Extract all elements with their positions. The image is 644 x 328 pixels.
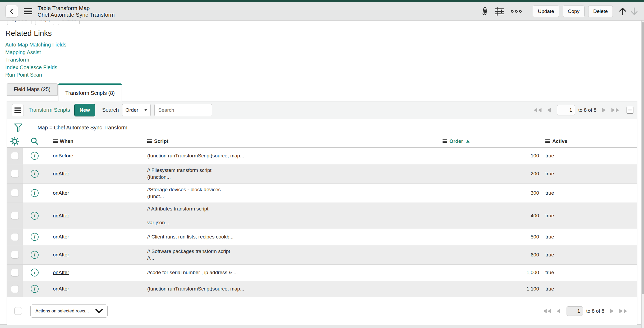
active-value: true	[542, 190, 637, 196]
back-button[interactable]	[5, 5, 18, 18]
copy-button[interactable]: Copy	[563, 6, 585, 17]
script-preview: //code for serial number , ip address & …	[147, 266, 436, 279]
filter-funnel-icon[interactable]	[14, 123, 23, 133]
form-delete-button[interactable]: Delete	[58, 21, 80, 25]
pagination-bottom: to 8 of 8	[540, 306, 630, 316]
column-header-order[interactable]: Order	[436, 138, 542, 144]
more-options-icon[interactable]	[510, 9, 522, 13]
tab-transform-scripts[interactable]: Transform Scripts (8)	[58, 83, 122, 101]
related-list-tabs: Field Maps (25) Transform Scripts (8)	[7, 83, 644, 101]
page-title: Table Transform Map	[38, 5, 115, 11]
last-page-button[interactable]	[610, 107, 621, 113]
pagination-top: to 8 of 8	[531, 105, 622, 115]
filter-breadcrumb-row: Map = Chef Automate Sync Transform	[7, 119, 637, 135]
related-link-run-point-scan[interactable]: Run Point Scan	[5, 71, 42, 79]
record-titles: Table Transform Map Chef Automate Sync T…	[38, 5, 115, 18]
row-checkbox[interactable]	[11, 212, 19, 219]
row-checkbox[interactable]	[11, 170, 19, 177]
actions-select-label: Actions on selected rows...	[35, 308, 89, 314]
column-menu-icon	[53, 139, 58, 143]
info-icon[interactable]: i	[31, 251, 39, 259]
related-link-index-coalesce[interactable]: Index Coalesce Fields	[5, 64, 57, 71]
script-preview: // Filesystem transform script (function…	[147, 164, 436, 183]
info-icon[interactable]: i	[31, 152, 39, 160]
search-column-value: Order	[126, 107, 139, 113]
script-preview: (function runTransformScript(source, map…	[147, 283, 436, 295]
delete-button[interactable]: Delete	[588, 6, 613, 17]
scroll-up-arrow-icon[interactable]	[619, 7, 627, 16]
order-value: 400	[436, 213, 542, 219]
info-icon[interactable]: i	[31, 233, 39, 241]
transform-scripts-list-panel: Transform Scripts New Search Order to 8 …	[7, 101, 637, 325]
form-update-button[interactable]: Update	[7, 21, 31, 25]
last-page-button[interactable]	[618, 308, 629, 314]
app-header: Table Transform Map Chef Automate Sync T…	[0, 2, 644, 21]
row-checkbox[interactable]	[11, 285, 19, 293]
when-link[interactable]: onAfter	[53, 270, 69, 275]
next-page-button[interactable]	[601, 107, 607, 113]
when-link[interactable]: onAfter	[53, 252, 69, 257]
update-button[interactable]: Update	[533, 6, 559, 17]
collapse-list-icon[interactable]	[627, 107, 633, 114]
info-icon[interactable]: i	[31, 269, 39, 277]
form-footer-buttons-cutoff: Update Copy Delete	[0, 21, 644, 25]
pagination-range: to 8 of 8	[578, 107, 596, 113]
next-page-button[interactable]	[609, 308, 615, 314]
table-body: i onBefore (function runTransformScript(…	[7, 148, 637, 297]
previous-page-button[interactable]	[546, 107, 552, 113]
vertical-scrollbar[interactable]	[641, 21, 644, 328]
column-search-icon[interactable]	[30, 137, 39, 146]
attachment-paperclip-icon[interactable]	[481, 6, 489, 17]
select-all-checkbox[interactable]	[14, 307, 22, 315]
row-checkbox[interactable]	[11, 233, 19, 241]
row-checkbox[interactable]	[11, 152, 19, 160]
table-row: i onAfter // Software packages transform…	[7, 245, 637, 265]
menu-icon[interactable]	[24, 8, 32, 15]
when-link[interactable]: onAfter	[53, 234, 69, 240]
new-button[interactable]: New	[74, 104, 95, 116]
column-header-when[interactable]: When	[53, 138, 147, 144]
info-icon[interactable]: i	[31, 212, 39, 220]
search-label: Search	[102, 107, 119, 113]
info-icon[interactable]: i	[31, 189, 39, 197]
order-value: 600	[436, 252, 542, 258]
search-input[interactable]	[154, 104, 212, 116]
related-link-auto-map[interactable]: Auto Map Matching Fields	[5, 41, 66, 49]
active-value: true	[542, 270, 637, 275]
order-value: 1,000	[436, 270, 542, 275]
list-menu-button[interactable]	[12, 104, 24, 116]
search-column-select[interactable]: Order	[122, 104, 151, 116]
related-links-heading: Related Links	[5, 29, 644, 38]
personalize-sliders-icon[interactable]	[495, 7, 504, 16]
when-link[interactable]: onAfter	[53, 171, 69, 176]
info-icon[interactable]: i	[31, 285, 39, 293]
related-link-transform[interactable]: Transform	[5, 56, 29, 64]
first-page-button[interactable]	[542, 308, 552, 314]
first-page-button[interactable]	[532, 107, 543, 113]
filter-condition[interactable]: Map = Chef Automate Sync Transform	[38, 125, 127, 131]
when-link[interactable]: onBefore	[53, 153, 73, 158]
tab-field-maps[interactable]: Field Maps (25)	[7, 83, 58, 96]
script-preview: (function runTransformScript(source, map…	[147, 150, 436, 162]
when-link[interactable]: onAfter	[53, 213, 69, 218]
previous-page-button[interactable]	[555, 308, 562, 314]
when-link[interactable]: onAfter	[53, 286, 69, 292]
actions-select[interactable]: Actions on selected rows...	[30, 304, 108, 318]
column-header-active[interactable]: Active	[545, 138, 637, 144]
info-icon[interactable]: i	[31, 170, 39, 178]
row-checkbox[interactable]	[11, 269, 19, 277]
scroll-down-arrow-icon[interactable]	[630, 7, 638, 16]
when-link[interactable]: onAfter	[53, 190, 69, 196]
page-number-input[interactable]	[567, 306, 583, 316]
column-menu-icon	[545, 139, 550, 143]
scrollbar-thumb[interactable]	[642, 22, 644, 294]
gear-icon[interactable]	[10, 137, 20, 146]
row-checkbox[interactable]	[11, 251, 19, 259]
order-value: 500	[436, 234, 542, 240]
row-checkbox[interactable]	[11, 189, 19, 197]
list-toolbar: Transform Scripts New Search Order to 8 …	[7, 101, 637, 119]
column-header-script[interactable]: Script	[147, 138, 436, 144]
form-copy-button[interactable]: Copy	[35, 21, 54, 25]
page-number-input[interactable]	[557, 105, 575, 115]
related-link-mapping-assist[interactable]: Mapping Assist	[5, 49, 41, 56]
